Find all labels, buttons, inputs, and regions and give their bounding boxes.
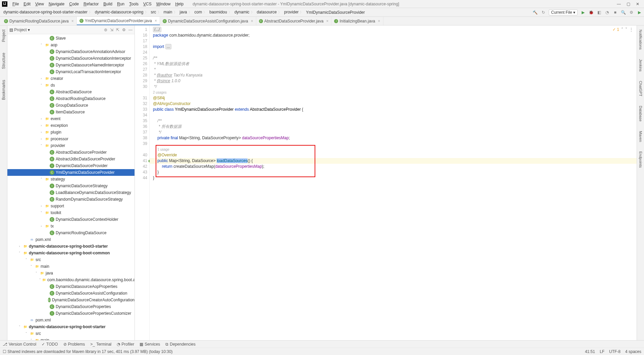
menu-build[interactable]: Build xyxy=(101,2,115,6)
menu-run[interactable]: Run xyxy=(115,2,127,6)
settings-icon[interactable]: ⚙ xyxy=(629,10,634,15)
menu-code[interactable]: Code xyxy=(67,2,81,6)
run-anything-icon[interactable]: ▶ xyxy=(637,10,642,15)
tree-node[interactable]: mpom.xml xyxy=(7,236,135,243)
close-icon[interactable]: ✕ xyxy=(635,2,640,6)
menu-refactor[interactable]: Refactor xyxy=(81,2,101,6)
tree-node[interactable]: ˅📁src xyxy=(7,330,135,337)
bottom-tool-problems[interactable]: ⊘Problems xyxy=(63,342,85,347)
coverage-icon[interactable]: ◧ xyxy=(596,10,602,15)
profile-icon[interactable]: ◔ xyxy=(604,10,610,15)
tree-node[interactable]: CDynamicDataSourceProperties xyxy=(7,303,135,310)
tree-node[interactable]: ˅📁src xyxy=(7,256,135,263)
tree-node[interactable]: IDynamicDataSourceProvider xyxy=(7,162,135,169)
chevron-up-icon[interactable]: ˄ xyxy=(621,27,623,33)
tree-node[interactable]: CAbstractDataSourceProvider xyxy=(7,149,135,156)
breadcrumb-item[interactable]: java xyxy=(178,10,193,15)
close-tab-icon[interactable]: × xyxy=(155,18,157,23)
project-tree[interactable]: CSlave˅📁aopCDynamicDataSourceAnnotationA… xyxy=(7,34,135,340)
tree-node[interactable]: CSlave xyxy=(7,35,135,42)
tree-node[interactable]: ›📁event xyxy=(7,115,135,122)
tree-node[interactable]: ˅📁main xyxy=(7,337,135,340)
run-icon[interactable]: ▶ xyxy=(580,10,586,15)
collapse-all-icon[interactable]: ⇱ xyxy=(116,28,119,32)
breadcrumb-item[interactable]: dynamic-datasource-spring xyxy=(94,10,150,15)
tree-node[interactable]: ˅📁java xyxy=(7,270,135,276)
editor-tab[interactable]: CAbstractDataSourceProvider.java× xyxy=(256,17,332,25)
expand-all-icon[interactable]: ⇲ xyxy=(110,28,113,32)
tool-tab-chatgpt[interactable]: ChatGPT xyxy=(638,79,643,98)
editor-tab[interactable]: CYmlDynamicDataSourceProvider.java× xyxy=(77,17,160,25)
inspection-badge[interactable]: ✓ 1 xyxy=(612,27,619,33)
code-editor[interactable]: 1161718242526272829303132333435363738394… xyxy=(135,26,637,340)
tree-node[interactable]: CAbstractRoutingDataSource xyxy=(7,95,135,102)
bottom-tool-profiler[interactable]: ◔Profiler xyxy=(117,342,134,347)
run-config-selector[interactable]: Current File ▾ xyxy=(549,9,578,15)
tree-node[interactable]: ˅📁toolkit xyxy=(7,209,135,216)
tree-node[interactable]: CDynamicDataSourceAnnotationAdvisor xyxy=(7,48,135,55)
bottom-tool-terminal[interactable]: >_Terminal xyxy=(90,342,111,347)
menu-navigate[interactable]: Navigate xyxy=(46,2,67,6)
tool-tab-endpoints[interactable]: Endpoints xyxy=(638,149,643,170)
tree-node[interactable]: CYmlDynamicDataSourceProvider xyxy=(7,169,135,176)
tree-node[interactable]: ›📁exception xyxy=(7,122,135,129)
tool-tab-project[interactable]: Project xyxy=(1,28,7,44)
minimize-icon[interactable]: — xyxy=(616,2,621,6)
tree-node[interactable]: ˅📁strategy xyxy=(7,176,135,183)
breadcrumb-item[interactable]: datasource xyxy=(256,10,283,15)
chevron-down-icon[interactable]: ˅ xyxy=(625,27,627,33)
settings-icon[interactable]: ⚙ xyxy=(122,28,126,32)
status-widget[interactable]: 41:51 xyxy=(585,349,595,354)
breadcrumb-item[interactable]: dynamic xyxy=(233,10,256,15)
tool-tab-structure[interactable]: Structure xyxy=(1,51,7,71)
tree-node[interactable]: ›📁processor xyxy=(7,136,135,142)
status-widget[interactable]: LF xyxy=(600,349,604,354)
breadcrumb-item[interactable]: dynamic-datasource-spring-boot-starter-m… xyxy=(2,10,94,15)
close-tab-icon[interactable]: × xyxy=(71,19,74,23)
menu-tools[interactable]: Tools xyxy=(127,2,141,6)
breadcrumb-item[interactable]: main xyxy=(162,10,178,15)
tree-node[interactable]: ˅📁com.baomidou.dynamic.datasource.spring… xyxy=(7,276,135,283)
tree-node[interactable]: ˅📁main xyxy=(7,263,135,270)
tool-tab-bookmarks[interactable]: Bookmarks xyxy=(1,78,7,102)
menu-view[interactable]: View xyxy=(33,2,46,6)
select-opened-icon[interactable]: ⊚ xyxy=(104,28,107,32)
tree-node[interactable]: ˅📁dynamic-datasource-spring-boot-starter xyxy=(7,323,135,330)
close-tab-icon[interactable]: × xyxy=(326,19,328,23)
tree-node[interactable]: CDynamicDataSourceCreatorAutoConfigurati… xyxy=(7,297,135,303)
menu-help[interactable]: Help xyxy=(173,2,186,6)
breadcrumb-item[interactable]: provider xyxy=(283,10,305,15)
tree-node[interactable]: CDynamicDataSourceAnnotationInterceptor xyxy=(7,55,135,62)
tool-tab-maven[interactable]: Maven xyxy=(638,129,643,144)
sync-icon[interactable]: ↻ xyxy=(541,10,546,15)
menu-edit[interactable]: Edit xyxy=(21,2,33,6)
tree-node[interactable]: CLoadBalanceDynamicDataSourceStrategy xyxy=(7,189,135,196)
build-icon[interactable]: 🔨 xyxy=(533,10,538,15)
project-view-selector[interactable]: ▤ Project ▾ xyxy=(9,28,30,32)
status-widget[interactable]: UTF-8 xyxy=(609,349,621,354)
breadcrumb-item[interactable]: com xyxy=(193,10,208,15)
tree-node[interactable]: mpom.xml xyxy=(7,317,135,323)
tree-node[interactable]: ˅📁provider xyxy=(7,142,135,149)
tree-node[interactable]: ›📁support xyxy=(7,203,135,209)
tool-tab-notifications[interactable]: Notifications xyxy=(638,28,643,52)
editor-tab[interactable]: CDynamicRoutingDataSource.java× xyxy=(1,17,77,25)
tree-node[interactable]: CGroupDataSource xyxy=(7,102,135,109)
close-tab-icon[interactable]: × xyxy=(251,19,253,23)
tree-node[interactable]: IDynamicDataSourceStrategy xyxy=(7,183,135,189)
hide-icon[interactable]: — xyxy=(128,28,132,32)
breadcrumb-item[interactable]: YmlDynamicDataSourceProvider xyxy=(305,10,367,15)
editor-tab[interactable]: IInitializingBean.java× xyxy=(331,17,383,25)
tree-node[interactable]: ˅📁ds xyxy=(7,82,135,89)
breadcrumb-item[interactable]: src xyxy=(150,10,162,15)
tree-node[interactable]: ˅📁aop xyxy=(7,42,135,48)
editor-content[interactable]: ✓ 1 ˄ ˅ ⋮ /.../package com.baomidou.dyna… xyxy=(150,26,637,340)
tree-node[interactable]: CRandomDynamicDataSourceStrategy xyxy=(7,196,135,203)
tool-tab-jenkins[interactable]: Jenkins xyxy=(638,57,643,73)
tree-node[interactable]: ›📁dynamic-datasource-spring-boot3-starte… xyxy=(7,243,135,250)
tree-node[interactable]: CItemDataSource xyxy=(7,109,135,115)
tree-node[interactable]: CDynamicRoutingDataSource xyxy=(7,230,135,236)
tree-node[interactable]: CDynamicDataSourceAssistConfiguration xyxy=(7,290,135,297)
tree-node[interactable]: CDynamicDatasourceAopProperties xyxy=(7,283,135,290)
more-icon[interactable]: ⋮ xyxy=(629,27,633,33)
